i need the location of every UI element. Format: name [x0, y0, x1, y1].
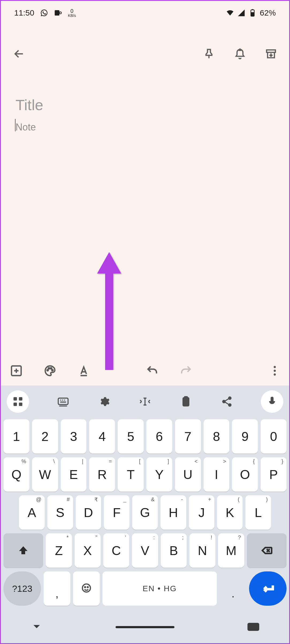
- keyboard-suggestion-bar: [1, 385, 289, 418]
- key-b[interactable]: B;: [161, 533, 187, 568]
- space-key[interactable]: EN • HG: [102, 571, 217, 606]
- whatsapp-icon: [40, 9, 48, 17]
- emoji-key[interactable]: [73, 571, 100, 606]
- key-3[interactable]: 3: [61, 419, 87, 454]
- key-c[interactable]: C': [103, 533, 129, 568]
- more-menu-button[interactable]: [268, 364, 281, 377]
- key-e[interactable]: E|: [61, 457, 87, 492]
- net-speed-value: 0: [70, 8, 73, 14]
- key-a[interactable]: A@: [19, 495, 45, 530]
- on-screen-keyboard: 1234567890 Q%W\E|R=T[Y]U<I>O{P} A@S#D₹F_…: [1, 385, 289, 643]
- key-v[interactable]: V:: [132, 533, 158, 568]
- key-w[interactable]: W\: [32, 457, 58, 492]
- svg-point-7: [47, 370, 48, 371]
- key-n[interactable]: N!: [189, 533, 215, 568]
- add-button[interactable]: [9, 363, 24, 378]
- app-top-bar: [1, 25, 289, 69]
- svg-rect-0: [55, 10, 60, 16]
- key-1[interactable]: 1: [3, 419, 29, 454]
- text-cursor: [15, 119, 16, 131]
- kb-apps-button[interactable]: [7, 390, 29, 413]
- status-clock: 11:50: [14, 8, 34, 17]
- key-k[interactable]: K(: [217, 495, 243, 530]
- net-speed-unit: KB/s: [68, 14, 76, 17]
- reminder-button[interactable]: [232, 46, 247, 61]
- kb-modes-button[interactable]: [56, 395, 70, 409]
- key-8[interactable]: 8: [204, 419, 230, 454]
- key-u[interactable]: U<: [175, 457, 201, 492]
- kb-settings-button[interactable]: [97, 395, 111, 409]
- key-5[interactable]: 5: [118, 419, 144, 454]
- note-body-input[interactable]: [16, 122, 274, 133]
- svg-point-22: [85, 587, 85, 587]
- comma-key[interactable]: ,: [44, 571, 70, 606]
- key-j[interactable]: J+: [189, 495, 215, 530]
- key-z[interactable]: Z*: [46, 533, 72, 568]
- key-q[interactable]: Q%: [3, 457, 29, 492]
- svg-point-21: [82, 584, 90, 592]
- key-t[interactable]: T[: [118, 457, 144, 492]
- svg-rect-17: [185, 397, 188, 399]
- backspace-key[interactable]: [247, 533, 287, 568]
- key-i[interactable]: I>: [204, 457, 230, 492]
- svg-rect-14: [19, 403, 22, 406]
- system-nav-bar: [1, 611, 289, 643]
- key-p[interactable]: P}: [261, 457, 287, 492]
- key-6[interactable]: 6: [146, 419, 172, 454]
- text-format-button[interactable]: [76, 363, 91, 378]
- key-d[interactable]: D₹: [76, 495, 101, 530]
- kb-share-button[interactable]: [220, 395, 234, 409]
- battery-icon: [249, 9, 257, 17]
- key-m[interactable]: M?: [218, 533, 244, 568]
- key-l[interactable]: L): [245, 495, 271, 530]
- key-0[interactable]: 0: [261, 419, 287, 454]
- undo-button[interactable]: [145, 363, 160, 378]
- title-input[interactable]: [16, 96, 274, 114]
- key-o[interactable]: O{: [232, 457, 258, 492]
- notification-badge-icon: [54, 9, 62, 17]
- key-f[interactable]: F_: [104, 495, 129, 530]
- svg-rect-11: [14, 397, 17, 401]
- svg-point-1: [59, 12, 62, 14]
- kb-voice-button[interactable]: [261, 390, 283, 413]
- hide-keyboard-button[interactable]: [30, 620, 43, 634]
- svg-rect-3: [251, 12, 254, 16]
- key-2[interactable]: 2: [32, 419, 58, 454]
- status-bar: 11:50 0 KB/s 62%: [1, 1, 289, 25]
- enter-key[interactable]: [249, 571, 287, 606]
- note-editor[interactable]: [1, 69, 289, 356]
- switch-keyboard-button[interactable]: [247, 620, 260, 634]
- key-9[interactable]: 9: [232, 419, 258, 454]
- net-speed-indicator: 0 KB/s: [68, 8, 76, 17]
- svg-rect-13: [14, 403, 17, 406]
- key-x[interactable]: X": [75, 533, 101, 568]
- wifi-icon: [226, 9, 234, 17]
- note-bottom-toolbar: [1, 356, 289, 385]
- period-key[interactable]: .: [220, 571, 246, 606]
- svg-point-9: [51, 368, 52, 369]
- palette-button[interactable]: [43, 363, 58, 378]
- key-y[interactable]: Y]: [146, 457, 172, 492]
- back-button[interactable]: [12, 46, 26, 61]
- svg-point-10: [52, 370, 53, 371]
- key-r[interactable]: R=: [89, 457, 115, 492]
- cell-signal-icon: [237, 9, 245, 17]
- key-g[interactable]: G&: [132, 495, 158, 530]
- kb-text-select-button[interactable]: [138, 395, 152, 409]
- shift-key[interactable]: [3, 533, 43, 568]
- battery-percent: 62%: [260, 8, 276, 17]
- key-4[interactable]: 4: [89, 419, 115, 454]
- key-s[interactable]: S#: [47, 495, 73, 530]
- key-h[interactable]: H-: [161, 495, 186, 530]
- redo-button: [178, 363, 193, 378]
- pin-button[interactable]: [201, 46, 216, 61]
- symbols-key[interactable]: ?123: [3, 571, 41, 606]
- svg-point-8: [48, 368, 50, 369]
- svg-point-23: [87, 587, 88, 587]
- key-7[interactable]: 7: [175, 419, 201, 454]
- archive-button[interactable]: [264, 46, 278, 61]
- svg-rect-12: [19, 397, 22, 401]
- nav-home-pill[interactable]: [116, 626, 174, 628]
- svg-rect-15: [58, 398, 68, 405]
- kb-clipboard-button[interactable]: [179, 395, 193, 409]
